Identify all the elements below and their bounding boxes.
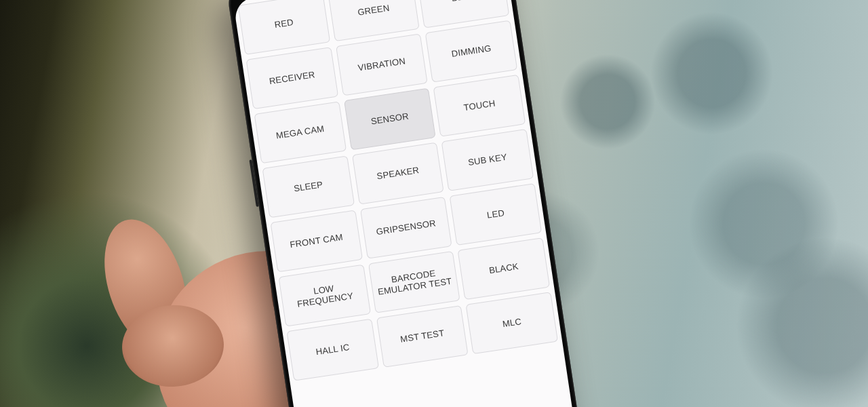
mst-test-button[interactable]: MST TEST bbox=[376, 305, 469, 368]
black-button[interactable]: BLACK bbox=[458, 237, 550, 300]
receiver-button[interactable]: RECEIVER bbox=[246, 47, 338, 109]
mlc-button[interactable]: MLC bbox=[466, 292, 558, 354]
front-cam-button[interactable]: FRONT CAM bbox=[271, 210, 363, 273]
gripsensor-button[interactable]: GRIPSENSOR bbox=[360, 197, 452, 259]
touch-button[interactable]: TOUCH bbox=[433, 75, 526, 137]
led-button[interactable]: LED bbox=[450, 183, 542, 246]
vibration-button[interactable]: VIBRATION bbox=[336, 33, 428, 96]
sleep-button[interactable]: SLEEP bbox=[262, 155, 355, 218]
phone-screen: REDGREENBLUERECEIVERVIBRATIONDIMMINGMEGA… bbox=[233, 0, 576, 407]
sub-key-button[interactable]: SUB KEY bbox=[441, 129, 534, 191]
red-button[interactable]: RED bbox=[238, 0, 330, 55]
green-button[interactable]: GREEN bbox=[328, 0, 420, 41]
hall-ic-button[interactable]: HALL IC bbox=[286, 319, 378, 381]
mega-cam-button[interactable]: MEGA CAM bbox=[254, 101, 347, 163]
hw-test-grid: REDGREENBLUERECEIVERVIBRATIONDIMMINGMEGA… bbox=[233, 0, 576, 407]
barcode-emulator-test-button[interactable]: BARCODE EMULATOR TEST bbox=[368, 251, 460, 313]
blue-button[interactable]: BLUE bbox=[417, 0, 509, 28]
dimming-button[interactable]: DIMMING bbox=[425, 20, 517, 83]
speaker-button[interactable]: SPEAKER bbox=[352, 142, 444, 205]
low-frequency-button[interactable]: LOW FREQUENCY bbox=[278, 265, 370, 327]
sensor-button[interactable]: SENSOR bbox=[344, 88, 436, 151]
